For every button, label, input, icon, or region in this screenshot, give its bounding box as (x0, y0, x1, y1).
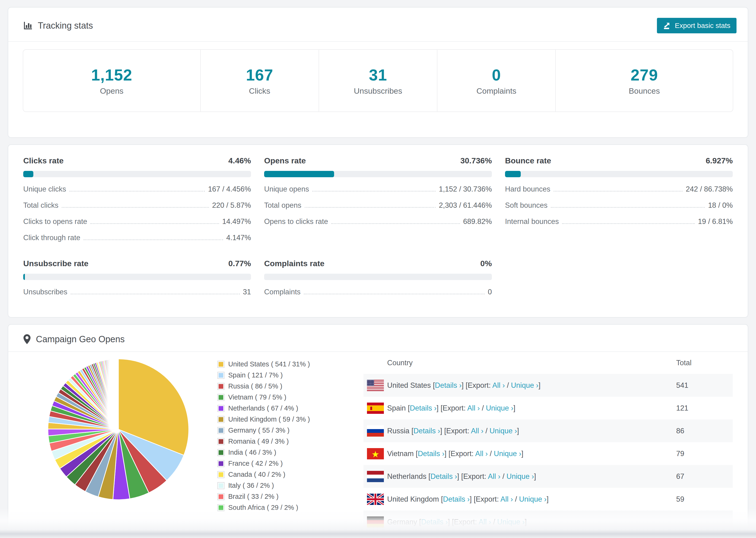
details-link[interactable]: Details › (421, 518, 448, 526)
legend-swatch (217, 416, 225, 423)
legend-swatch (217, 460, 225, 467)
details-link[interactable]: Details › (443, 495, 470, 503)
legend-label: Germany ( 55 / 3% ) (228, 426, 290, 434)
details-link[interactable]: Details › (410, 404, 437, 412)
country-cell: United States [Details ›] [Export: All ›… (387, 374, 676, 397)
geo-table-row-es: Spain [Details ›] [Export: All › / Uniqu… (363, 397, 733, 419)
country-cell: Spain [Details ›] [Export: All › / Uniqu… (387, 397, 676, 419)
dotted-leader (331, 223, 460, 224)
export-all-link[interactable]: All › (467, 404, 480, 412)
rate-title: Complaints rate (264, 259, 324, 268)
country-total: 541 (676, 374, 733, 397)
flag-cell (363, 488, 387, 511)
legend-swatch (217, 438, 225, 445)
country-name: United Kingdom (387, 495, 439, 503)
legend-item-vietnam: Vietnam ( 79 / 5% ) (217, 394, 358, 401)
stat-value: 1,152 / 30.736% (439, 185, 492, 193)
export-unique-link[interactable]: Unique › (519, 495, 547, 503)
stat-label: Total opens (264, 201, 301, 210)
country-cell: Vietnam [Details ›] [Export: All › / Uni… (387, 442, 676, 465)
dotted-leader (304, 294, 485, 295)
summary-stat-clicks: 167Clicks (200, 50, 319, 112)
geo-body: United States ( 541 / 31% )Spain ( 121 /… (8, 352, 748, 533)
export-all-link[interactable]: All › (478, 518, 491, 526)
details-link[interactable]: Details › (413, 427, 440, 435)
flag-de-icon (367, 516, 384, 528)
stat-label: Total clicks (23, 201, 58, 210)
export-all-link[interactable]: All › (492, 381, 505, 389)
stat-row: Total clicks220 / 5.87% (23, 201, 251, 210)
export-all-link[interactable]: All › (471, 427, 483, 435)
rate-block-unsubscribe-rate: Unsubscribe rate0.77%Unsubscribes31 (23, 259, 251, 296)
export-all-link[interactable]: All › (475, 450, 488, 458)
legend-item-united-states: United States ( 541 / 31% ) (217, 360, 358, 368)
flag-nl-icon (367, 471, 384, 482)
stat-value: 2,303 / 61.446% (439, 201, 492, 210)
export-all-link[interactable]: All › (488, 472, 500, 480)
export-unique-link[interactable]: Unique › (497, 518, 525, 526)
geo-table-row-gb: United Kingdom [Details ›] [Export: All … (363, 488, 733, 511)
export-all-link[interactable]: All › (500, 495, 513, 503)
export-unique-link[interactable]: Unique › (486, 404, 513, 412)
country-total (676, 511, 733, 533)
details-link[interactable]: Details › (430, 472, 457, 480)
rate-progress-fill (505, 171, 521, 177)
legend-label: Brazil ( 33 / 2% ) (228, 493, 279, 501)
legend-item-united-kingdom: United Kingdom ( 59 / 3% ) (217, 415, 358, 423)
legend-item-france: France ( 42 / 2% ) (217, 459, 358, 467)
pie-slice (118, 359, 118, 429)
legend-item-netherlands: Netherlands ( 67 / 4% ) (217, 404, 358, 412)
header-divider (8, 41, 748, 42)
country-total: 59 (676, 488, 733, 511)
rate-block-clicks-rate: Clicks rate4.46%Unique clicks167 / 4.456… (23, 156, 251, 242)
legend-swatch (217, 361, 225, 368)
flag-vn-icon (367, 448, 384, 459)
summary-value: 0 (492, 66, 501, 84)
export-unique-link[interactable]: Unique › (494, 450, 521, 458)
stat-value: 31 (243, 288, 251, 296)
flag-cell (363, 511, 387, 533)
rate-progress-bar (505, 171, 733, 177)
legend-swatch (217, 383, 225, 390)
legend-item-canada: Canada ( 40 / 2% ) (217, 471, 358, 478)
export-unique-link[interactable]: Unique › (511, 381, 538, 389)
export-unique-link[interactable]: Unique › (490, 427, 517, 435)
rate-progress-bar (23, 274, 251, 280)
stat-label: Unique clicks (23, 185, 66, 193)
rate-title: Clicks rate (23, 156, 64, 165)
total-column-header: Total (676, 352, 733, 374)
flag-column-header (363, 352, 387, 374)
legend-label: South Africa ( 29 / 2% ) (228, 504, 298, 511)
flag-cell (363, 397, 387, 419)
legend-label: Netherlands ( 67 / 4% ) (228, 404, 298, 412)
details-link[interactable]: Details › (435, 381, 461, 389)
export-unique-link[interactable]: Unique › (507, 472, 534, 480)
summary-label: Clicks (249, 86, 270, 95)
flag-ru-icon (367, 425, 384, 437)
legend-item-spain: Spain ( 121 / 7% ) (217, 371, 358, 379)
rate-progress-bar (23, 171, 251, 177)
export-basic-stats-button[interactable]: Export basic stats (657, 18, 736, 33)
geo-table-row-nl: Netherlands [Details ›] [Export: All › /… (363, 465, 733, 488)
summary-label: Opens (100, 86, 124, 95)
country-name: Germany (387, 518, 417, 526)
legend-swatch (217, 482, 225, 489)
country-total: 121 (676, 397, 733, 419)
geo-legend: United States ( 541 / 31% )Spain ( 121 /… (217, 360, 358, 515)
legend-label: United States ( 541 / 31% ) (228, 360, 310, 368)
details-link[interactable]: Details › (418, 450, 445, 458)
rate-head: Complaints rate0% (264, 259, 492, 268)
geo-table-wrap: Country Total United States [Details ›] … (363, 352, 733, 533)
stat-label: Internal bounces (505, 217, 559, 226)
legend-item-russia: Russia ( 86 / 5% ) (217, 382, 358, 390)
geo-table: Country Total United States [Details ›] … (363, 352, 733, 533)
rate-title: Bounce rate (505, 156, 551, 165)
summary-value: 167 (246, 66, 273, 84)
stat-row: Complaints0 (264, 288, 492, 296)
stat-value: 14.497% (222, 217, 251, 226)
rate-value: 6.927% (706, 156, 733, 165)
geo-pie-wrap (45, 356, 191, 503)
legend-swatch (217, 372, 225, 379)
stat-row: Total opens2,303 / 61.446% (264, 201, 492, 210)
summary-value: 31 (369, 66, 387, 84)
